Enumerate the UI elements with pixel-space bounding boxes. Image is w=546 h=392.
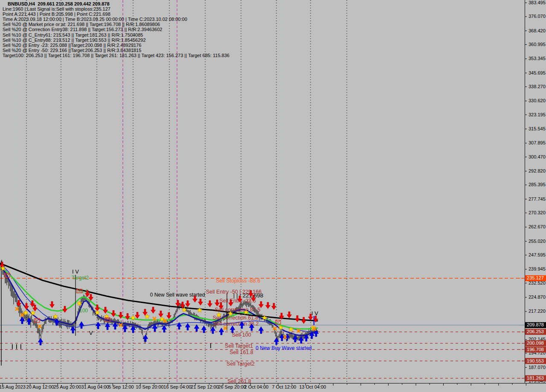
envelope-icon [276,320,281,323]
sell-arrow-icon [63,306,67,313]
sell-arrow-icon [295,316,300,322]
buy-arrow-icon [96,322,101,329]
buy-arrow-icon [219,328,224,335]
sell-arrow-icon [198,299,203,306]
sell-arrow-icon [176,300,180,307]
info-line-order-e61: Sell %10 @ C_Entry61: 215.543 || Target:… [3,32,229,37]
star-icon [197,308,202,312]
sell-arrow-icon [151,307,156,314]
info-line-order-e50: Sell %20 @ Entry -50: 229.166 ||Target:2… [3,48,229,53]
buy-arrow-icon [143,335,148,342]
time-axis[interactable] [0,383,546,392]
sell-arrow-icon [287,312,292,318]
sell-arrow-icon [272,303,276,310]
annotation-text: 0 New Sell wave started [150,292,205,298]
ohlc-bars [1,260,317,343]
annotation-text: Sell Target1 [225,343,253,349]
symbol-ohlc-title: BNBUSD,H4 209.661 210.258 209.442 209.87… [3,1,229,6]
chart-info-panel: BNBUSD,H4 209.661 210.258 209.442 209.87… [3,1,229,58]
buy-arrow-icon [258,327,264,334]
info-line-signal: Line:1960 | Last Signal is:Sell with sto… [3,6,229,12]
info-line-order-e88: Sell %10 @ C_Entry88: 219.512 || Target:… [3,37,229,43]
price-axis[interactable] [525,0,546,383]
info-line-targets: Target100: 206.253 || Target 161: 196.70… [3,53,229,58]
annotation-text: Sell Entry -50 | 229.166 [206,289,261,295]
annotation-text: V [89,330,93,336]
buy-arrow-icon [38,338,43,346]
annotation-text: Sell 100 [232,332,251,338]
sell-arrow-icon [208,301,212,307]
wave-count-tick [210,343,211,348]
price-chart-canvas[interactable]: 0 New Sell wave started| | | 221.6980 Ne… [0,0,546,392]
annotation-text: 100 [79,308,88,314]
sell-arrow-icon [215,300,220,306]
info-line-times: Time A:2023.09.18 12:00:00 | Time B:2023… [3,17,229,22]
info-line-order-e38: Sell %20 @ Correction Entry38: 211.898 |… [3,27,229,32]
info-line-points: Point A:221.443 | Point B:205.998 | Poin… [3,12,229,17]
annotation-text: 0 New Buy Wave started [256,345,312,351]
info-line-order-market: Sell %20 @ Market price or at: 221.698 |… [3,22,229,27]
sell-arrow-icon [266,303,270,309]
buy-arrow-icon [210,327,215,334]
buy-arrow-icon [79,322,84,329]
sell-arrow-icon [103,307,108,314]
buy-arrow-icon [194,325,199,332]
annotation-text: Sell Stoploss -88.6 [216,278,260,284]
annotation-text: Sell Target2 [227,361,255,367]
buy-arrow-icon [279,334,285,341]
sell-arrow-icon [50,302,55,308]
annotation-text: I V [311,310,318,317]
info-line-order-e23: Sell %20 @ Entry -23: 225.088 ||Target:2… [3,43,229,48]
sell-arrow-icon [186,301,190,307]
sell-arrow-icon [24,303,29,310]
mt4-chart-window: 0 New Sell wave started| | | 221.6980 Ne… [0,0,546,392]
sell-arrow-icon [135,312,140,319]
annotation-text: I V [72,268,79,275]
sell-arrow-icon [143,309,148,316]
annotation-text: Target2 [72,275,89,281]
sell-arrow-icon [302,317,306,324]
wave-count-tick [16,344,17,349]
wave-count-tick [12,344,13,349]
wave-count-tick [20,344,21,349]
sell-arrow-icon [167,313,171,319]
sell-arrow-icon [111,311,116,317]
buy-arrow-icon [185,323,190,331]
annotation-text: Sell 161.8 [229,349,253,355]
sell-arrow-icon [159,311,163,317]
